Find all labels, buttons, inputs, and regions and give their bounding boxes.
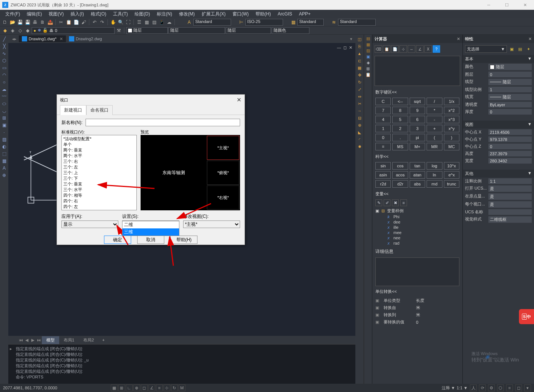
preview-main[interactable]: 东南等轴测 (141, 136, 206, 210)
save-icon[interactable]: 💾 (17, 19, 23, 26)
calc-palette-icon[interactable]: ▣ (366, 54, 370, 59)
calc-key-MS[interactable]: MS (392, 143, 408, 150)
modview-select[interactable]: *主视* (183, 220, 240, 228)
paste-icon[interactable]: 📄 (73, 19, 80, 26)
panel-close-icon[interactable]: ✕ (528, 37, 532, 41)
spline-icon[interactable]: 〰 (1, 93, 7, 100)
calc-key-3[interactable]: 3 (410, 125, 425, 132)
dim-style-select[interactable]: ISO-25 (245, 19, 283, 26)
calc-key-/[interactable]: / (427, 98, 442, 105)
newname-input[interactable] (86, 119, 240, 126)
variable-tree[interactable]: ▣⊟变量样例 kPhixdeexillexmeexneexrad (372, 206, 462, 247)
dc-palette-icon[interactable]: ▦ (366, 42, 370, 47)
layer-prev-icon[interactable]: ◆ (24, 27, 31, 34)
explode-icon[interactable]: ✸ (357, 144, 363, 150)
mirror-icon[interactable]: ▲ (357, 51, 363, 57)
prop-颜色[interactable]: 颜色随层 (463, 63, 534, 71)
ann-scale[interactable]: 注释 ▼ (442, 385, 455, 391)
quickselect-icon[interactable]: ▣ (508, 46, 515, 52)
viewport-option[interactable]: 三个: 垂直 (63, 181, 136, 187)
vp-restore-icon[interactable]: ◻ (343, 45, 347, 50)
command-line[interactable]: ▸ 指定直线的端点或 [闭合(C)/撤销(U)]: 指定直线的端点或 [闭合(C… (8, 344, 355, 384)
setup-option-3d[interactable]: 三维 (122, 228, 179, 236)
menu-app[interactable]: APP+ (296, 11, 314, 17)
calc-key-+[interactable]: + (427, 125, 442, 132)
viewport-option[interactable]: 四个: 相等 (63, 193, 136, 198)
pickadd-icon[interactable]: ✦ (525, 46, 532, 52)
calc-key-<--[interactable]: <-- (392, 98, 408, 105)
array-icon[interactable]: ▦ (357, 65, 363, 71)
hatch-icon[interactable]: ▨ (1, 136, 7, 142)
table-icon[interactable]: ▦ (1, 158, 7, 164)
preview-icon[interactable]: 🗎 (39, 19, 46, 26)
calc-getpt-icon[interactable]: ⊹ (399, 45, 407, 53)
calc-key-r2d[interactable]: r2d (375, 180, 391, 188)
grid-icon[interactable]: ⊞ (118, 384, 125, 391)
calc-key-7[interactable]: 7 (375, 107, 391, 114)
open-icon[interactable]: 📂 (9, 19, 16, 26)
offset-icon[interactable]: ⊏ (357, 58, 363, 64)
var-edit-icon[interactable]: ✐ (384, 199, 390, 206)
linetype-select[interactable]: 随层 (168, 27, 225, 34)
selobj-icon[interactable]: ▤ (517, 46, 523, 52)
menu-view[interactable]: 视图(V) (46, 10, 67, 18)
ellipsearc-icon[interactable]: ◡ (1, 108, 7, 114)
selection-dropdown[interactable]: 无选择▼ (465, 45, 507, 53)
color-select[interactable]: 随层 (126, 27, 168, 34)
calc-getang-icon[interactable]: ∠ (416, 45, 424, 53)
var-mee[interactable]: xmee (386, 230, 459, 235)
prop-厚度[interactable]: 厚度0 (463, 108, 534, 115)
undo-icon[interactable]: ↶ (91, 19, 98, 26)
unit-单位类型[interactable]: ▣单位类型长度 (372, 297, 462, 304)
menu-express[interactable]: 扩展工具(X) (199, 10, 229, 18)
ellipse-icon[interactable]: ⬭ (1, 101, 7, 107)
calc-key-M+[interactable]: M+ (410, 143, 425, 150)
textstyle-icon[interactable]: A (186, 19, 193, 26)
menu-modify[interactable]: 修改(M) (176, 10, 198, 18)
calc-key-1/x[interactable]: 1/x (444, 98, 459, 105)
calc-key-4[interactable]: 4 (375, 116, 391, 123)
menu-insert[interactable]: 插入(I) (67, 10, 87, 18)
tab-model[interactable]: 模型 (42, 336, 59, 344)
cycle-icon[interactable]: ↻ (171, 384, 178, 391)
join-icon[interactable]: ⊕ (357, 122, 363, 128)
lineweight-select[interactable]: 随层 (226, 27, 271, 34)
layout-next-icon[interactable]: ▶ (30, 338, 36, 343)
prop-宽度[interactable]: 宽度280.3492 (463, 157, 534, 164)
xline-icon[interactable]: ╳ (1, 43, 7, 49)
viewport-option[interactable]: 三个: 左 (63, 164, 136, 170)
layer-tools-icon[interactable]: ⚒ (115, 27, 122, 34)
tab-add[interactable]: + (98, 337, 108, 343)
panel-close-icon[interactable]: ✕ (457, 37, 460, 41)
cancel-button[interactable]: 取消 (137, 236, 164, 244)
plot-icon[interactable]: 🖶 (32, 19, 38, 26)
var-Phi[interactable]: kPhi (386, 214, 459, 219)
viewport-option[interactable]: 三个: 上 (63, 170, 136, 176)
revcloud-icon[interactable]: ☁ (1, 86, 7, 92)
chamfer-icon[interactable]: ◣ (357, 129, 363, 135)
viewport-option[interactable]: 四个: 右 (63, 198, 136, 204)
mtext-icon[interactable]: A (1, 165, 7, 171)
stretch-icon[interactable]: ⇔ (357, 93, 363, 100)
calc-key-cos[interactable]: cos (392, 162, 408, 170)
tab-more-icon[interactable]: ▾ (350, 37, 352, 41)
calc-key-9[interactable]: 9 (410, 107, 425, 114)
help-button[interactable]: 帮助(H) (170, 236, 197, 244)
fillet-icon[interactable]: ◜ (357, 136, 363, 142)
calc-key--[interactable]: - (427, 116, 442, 123)
dialog-close-icon[interactable]: ✕ (237, 96, 242, 103)
dyn-icon[interactable]: ⊹ (164, 384, 170, 391)
calc-key-10^x[interactable]: 10^x (444, 162, 459, 170)
vp-minimize-icon[interactable]: — (337, 45, 341, 50)
calc-key-x^y[interactable]: x^y (444, 125, 459, 132)
unit-转换到[interactable]: ▣转换到米 (372, 311, 462, 318)
ime-indicator[interactable]: S中 (519, 309, 534, 324)
doc-tab-1[interactable]: Drawing1.dwg* ✕ (19, 35, 66, 42)
calc-display[interactable] (375, 56, 460, 86)
prop-高度[interactable]: 高度237.3979 (463, 150, 534, 157)
calc-help-icon[interactable]: ? (433, 45, 440, 53)
tab-layout1[interactable]: 布局1 (59, 336, 79, 344)
var-header[interactable]: 变量<< (375, 191, 459, 197)
tp-palette-icon[interactable]: ▨ (366, 48, 370, 53)
layer-states-icon[interactable]: ◈ (9, 27, 16, 34)
